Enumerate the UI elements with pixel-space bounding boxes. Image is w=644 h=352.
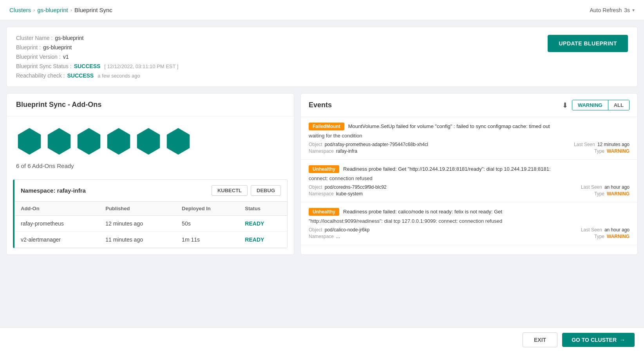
event-item: Unhealthy Readiness probe failed: Get "h… (301, 160, 637, 202)
filter-buttons: WARNING ALL (572, 100, 630, 110)
object-row: Object pod/calico-node-jr6kp (309, 227, 369, 233)
info-panel: Cluster Name : gs-blueprint Blueprint : … (6, 27, 638, 87)
event-message: MountVolume.SetUp failed for volume "con… (348, 123, 630, 130)
blueprint-row: Blueprint : gs-blueprint (16, 44, 178, 51)
blueprint-value: gs-blueprint (43, 44, 72, 51)
namespace-row: Namespace rafay-infra (309, 148, 428, 154)
right-panel: Events ⬇ WARNING ALL FailedMount MountVo… (300, 93, 638, 255)
last-seen-value: an hour ago (604, 184, 630, 190)
sync-status-label: Blueprint Sync Status : (16, 63, 72, 69)
version-value: v1 (63, 54, 69, 60)
event-badge: FailedMount (309, 123, 344, 130)
breadcrumb-clusters[interactable]: Clusters (9, 7, 31, 13)
col-header-deployed: Deployed In (175, 202, 239, 216)
sync-timestamp: [ 12/12/2022, 03:11:10 PM EST ] (104, 63, 178, 69)
cell-status: READY (239, 216, 287, 232)
namespace-value: rafay-infra (336, 148, 357, 154)
addon-hex-5 (135, 128, 162, 155)
table-row: rafay-prometheus 12 minutes ago 50s READ… (14, 216, 287, 232)
cluster-name-label: Cluster Name : (16, 35, 52, 41)
cell-published: 12 minutes ago (99, 216, 175, 232)
event-badge-row: Unhealthy Readiness probe failed: Get "h… (309, 165, 630, 173)
auto-refresh-value: 3s (624, 7, 630, 13)
object-value: pod/calico-node-jr6kp (325, 227, 370, 233)
main-content: Blueprint Sync - Add-Ons 6 of 6 Add-Ons … (6, 93, 638, 255)
filter-all-button[interactable]: ALL (608, 100, 629, 110)
cell-status: READY (239, 232, 287, 248)
type-row: Type WARNING (594, 148, 630, 154)
addons-panel-title: Blueprint Sync - Add-Ons (7, 94, 294, 116)
cell-addon: v2-alertmanager (14, 232, 99, 248)
type-value: WARNING (607, 191, 630, 197)
col-header-status: Status (239, 202, 287, 216)
event-badge: Unhealthy (309, 208, 339, 216)
event-meta-left: Object pod/calico-node-jr6kp Namespace .… (309, 227, 369, 239)
col-header-published: Published (99, 202, 175, 216)
cell-deployed: 1m 11s (175, 232, 239, 248)
event-meta-right: Last Seen an hour ago Type WARNING (581, 184, 630, 197)
event-meta-right: Last Seen an hour ago Type WARNING (581, 227, 630, 239)
kubectl-button[interactable]: KUBECTL (212, 185, 248, 196)
type-value: WARNING (607, 234, 630, 239)
left-panel: Blueprint Sync - Add-Ons 6 of 6 Add-Ons … (6, 93, 294, 255)
addon-hex-2 (46, 128, 72, 155)
cell-published: 11 minutes ago (99, 232, 175, 248)
sync-status-value: SUCCESS (74, 63, 101, 69)
last-seen-value: 12 minutes ago (597, 142, 630, 147)
events-controls: ⬇ WARNING ALL (562, 100, 630, 110)
event-sub-message: connect: connection refused (309, 175, 630, 181)
events-title: Events (309, 101, 332, 109)
addon-hex-1 (16, 128, 43, 155)
object-label: Object (309, 142, 322, 147)
type-label: Type (594, 234, 604, 239)
event-meta: Object pod/calico-node-jr6kp Namespace .… (309, 227, 630, 239)
last-seen-label: Last Seen (574, 142, 595, 147)
cluster-name-value: gs-blueprint (55, 35, 83, 41)
object-label: Object (309, 227, 322, 233)
event-meta-left: Object pod/rafay-prometheus-adapter-7954… (309, 142, 428, 154)
col-header-addon: Add-On (14, 202, 99, 216)
breadcrumb-blueprint[interactable]: gs-blueprint (37, 7, 68, 13)
table-row: v2-alertmanager 11 minutes ago 1m 11s RE… (14, 232, 287, 248)
hex-row (16, 128, 192, 155)
namespace-row: Namespace kube-system (309, 191, 387, 197)
update-blueprint-button[interactable]: UPDATE BLUEPRINT (548, 35, 628, 52)
object-row: Object pod/rafay-prometheus-adapter-7954… (309, 142, 428, 147)
breadcrumb: Clusters › gs-blueprint › Blueprint Sync (9, 7, 112, 13)
namespace-section: Namespace: rafay-infra KUBECTL DEBUG Add… (13, 179, 288, 248)
sync-status-row: Blueprint Sync Status : SUCCESS [ 12/12/… (16, 63, 178, 69)
addon-hex-4 (105, 128, 132, 155)
last-seen-label: Last Seen (581, 184, 602, 190)
addon-hex-3 (76, 128, 102, 155)
top-bar: Clusters › gs-blueprint › Blueprint Sync… (0, 0, 644, 20)
info-fields: Cluster Name : gs-blueprint Blueprint : … (16, 35, 178, 79)
download-icon[interactable]: ⬇ (562, 101, 568, 110)
event-badge: Unhealthy (309, 165, 339, 173)
event-message: Readiness probe failed: calico/node is n… (343, 208, 630, 216)
debug-button[interactable]: DEBUG (251, 185, 281, 196)
type-value: WARNING (607, 148, 630, 154)
breadcrumb-sep2: › (71, 7, 72, 13)
addon-table: Add-On Published Deployed In Status rafa… (14, 202, 287, 248)
event-item: FailedMount MountVolume.SetUp failed for… (301, 117, 637, 160)
namespace-value: ... (336, 234, 340, 239)
cluster-name-row: Cluster Name : gs-blueprint (16, 35, 178, 41)
last-seen-row: Last Seen an hour ago (581, 184, 630, 190)
filter-warning-button[interactable]: WARNING (572, 100, 608, 110)
cell-deployed: 50s (175, 216, 239, 232)
type-label: Type (594, 148, 604, 154)
breadcrumb-sep1: › (33, 7, 35, 13)
version-row: Blueprint Version : v1 (16, 54, 178, 60)
auto-refresh-control[interactable]: Auto Refresh 3s ▾ (590, 7, 635, 13)
addons-ready-text: 6 of 6 Add-Ons Ready (16, 162, 74, 175)
chevron-down-icon: ▾ (632, 7, 635, 13)
event-meta: Object pod/rafay-prometheus-adapter-7954… (309, 142, 630, 154)
namespace-label: Namespace (309, 148, 334, 154)
namespace-label: Namespace (309, 234, 334, 239)
breadcrumb-current: Blueprint Sync (74, 7, 112, 13)
object-label: Object (309, 184, 322, 190)
last-seen-row: Last Seen 12 minutes ago (574, 142, 630, 147)
namespace-value: kube-system (336, 191, 363, 197)
events-list: FailedMount MountVolume.SetUp failed for… (301, 117, 637, 255)
reachability-row: Reachability check : SUCCESS a few secon… (16, 72, 178, 79)
